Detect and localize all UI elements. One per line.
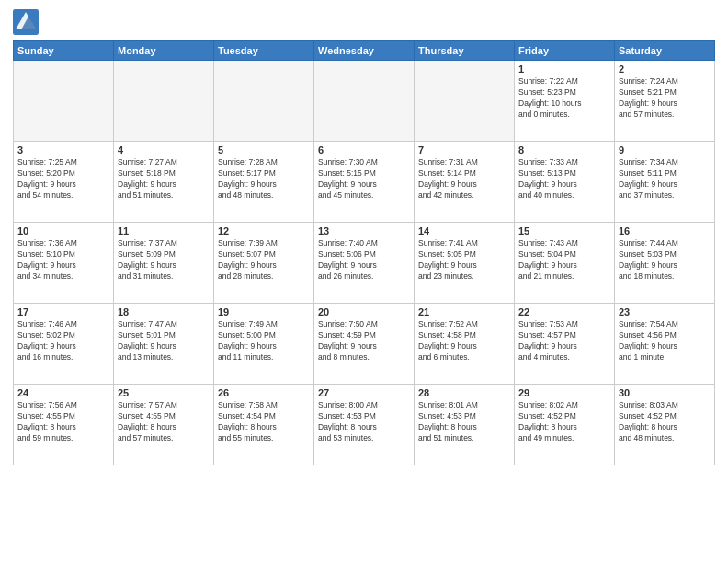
- weekday-header-monday: Monday: [114, 41, 214, 61]
- day-cell: 10Sunrise: 7:36 AM Sunset: 5:10 PM Dayli…: [14, 223, 114, 304]
- day-cell: 29Sunrise: 8:02 AM Sunset: 4:52 PM Dayli…: [515, 385, 615, 465]
- day-cell: 8Sunrise: 7:33 AM Sunset: 5:13 PM Daylig…: [515, 142, 615, 223]
- day-cell: 21Sunrise: 7:52 AM Sunset: 4:58 PM Dayli…: [415, 304, 515, 385]
- day-cell: 7Sunrise: 7:31 AM Sunset: 5:14 PM Daylig…: [415, 142, 515, 223]
- day-number: 20: [318, 306, 410, 317]
- day-number: 5: [218, 144, 310, 155]
- day-cell: 17Sunrise: 7:46 AM Sunset: 5:02 PM Dayli…: [14, 304, 114, 385]
- day-cell: 2Sunrise: 7:24 AM Sunset: 5:21 PM Daylig…: [615, 61, 715, 142]
- day-info: Sunrise: 7:56 AM Sunset: 4:55 PM Dayligh…: [17, 400, 109, 444]
- day-info: Sunrise: 7:33 AM Sunset: 5:13 PM Dayligh…: [518, 157, 610, 201]
- day-cell: [114, 61, 214, 142]
- day-number: 3: [17, 144, 109, 155]
- day-info: Sunrise: 8:03 AM Sunset: 4:52 PM Dayligh…: [619, 400, 711, 444]
- day-info: Sunrise: 7:58 AM Sunset: 4:54 PM Dayligh…: [218, 400, 310, 444]
- day-info: Sunrise: 7:36 AM Sunset: 5:10 PM Dayligh…: [17, 238, 109, 282]
- day-info: Sunrise: 7:25 AM Sunset: 5:20 PM Dayligh…: [17, 157, 109, 201]
- day-cell: [415, 61, 515, 142]
- day-number: 22: [518, 306, 610, 317]
- day-number: 4: [118, 144, 210, 155]
- day-cell: 27Sunrise: 8:00 AM Sunset: 4:53 PM Dayli…: [314, 385, 415, 465]
- day-info: Sunrise: 7:44 AM Sunset: 5:03 PM Dayligh…: [619, 238, 711, 282]
- day-number: 18: [118, 306, 210, 317]
- day-info: Sunrise: 7:27 AM Sunset: 5:18 PM Dayligh…: [118, 157, 210, 201]
- day-cell: 16Sunrise: 7:44 AM Sunset: 5:03 PM Dayli…: [615, 223, 715, 304]
- day-cell: 4Sunrise: 7:27 AM Sunset: 5:18 PM Daylig…: [114, 142, 214, 223]
- day-cell: 5Sunrise: 7:28 AM Sunset: 5:17 PM Daylig…: [214, 142, 314, 223]
- day-cell: 14Sunrise: 7:41 AM Sunset: 5:05 PM Dayli…: [415, 223, 515, 304]
- weekday-header-saturday: Saturday: [615, 41, 715, 61]
- day-cell: 18Sunrise: 7:47 AM Sunset: 5:01 PM Dayli…: [114, 304, 214, 385]
- day-number: 21: [418, 306, 510, 317]
- day-number: 23: [619, 306, 711, 317]
- day-number: 13: [318, 225, 410, 236]
- day-number: 26: [218, 387, 310, 398]
- day-info: Sunrise: 7:24 AM Sunset: 5:21 PM Dayligh…: [619, 76, 711, 121]
- day-cell: 24Sunrise: 7:56 AM Sunset: 4:55 PM Dayli…: [14, 385, 114, 465]
- day-info: Sunrise: 7:52 AM Sunset: 4:58 PM Dayligh…: [418, 319, 510, 363]
- day-info: Sunrise: 7:50 AM Sunset: 4:59 PM Dayligh…: [318, 319, 410, 363]
- week-row-4: 17Sunrise: 7:46 AM Sunset: 5:02 PM Dayli…: [14, 304, 715, 385]
- day-info: Sunrise: 7:37 AM Sunset: 5:09 PM Dayligh…: [118, 238, 210, 282]
- main-container: SundayMondayTuesdayWednesdayThursdayFrid…: [0, 0, 728, 471]
- day-info: Sunrise: 7:34 AM Sunset: 5:11 PM Dayligh…: [619, 157, 711, 201]
- day-cell: 23Sunrise: 7:54 AM Sunset: 4:56 PM Dayli…: [615, 304, 715, 385]
- day-number: 11: [118, 225, 210, 236]
- weekday-header-row: SundayMondayTuesdayWednesdayThursdayFrid…: [14, 41, 715, 61]
- day-info: Sunrise: 7:39 AM Sunset: 5:07 PM Dayligh…: [218, 238, 310, 282]
- week-row-2: 3Sunrise: 7:25 AM Sunset: 5:20 PM Daylig…: [14, 142, 715, 223]
- day-info: Sunrise: 7:43 AM Sunset: 5:04 PM Dayligh…: [518, 238, 610, 282]
- header: [13, 9, 715, 35]
- weekday-header-wednesday: Wednesday: [314, 41, 415, 61]
- day-number: 14: [418, 225, 510, 236]
- day-info: Sunrise: 7:30 AM Sunset: 5:15 PM Dayligh…: [318, 157, 410, 201]
- day-cell: 1Sunrise: 7:22 AM Sunset: 5:23 PM Daylig…: [515, 61, 615, 142]
- day-info: Sunrise: 7:46 AM Sunset: 5:02 PM Dayligh…: [17, 319, 109, 363]
- day-cell: 22Sunrise: 7:53 AM Sunset: 4:57 PM Dayli…: [515, 304, 615, 385]
- day-cell: [14, 61, 114, 142]
- day-number: 12: [218, 225, 310, 236]
- day-cell: 13Sunrise: 7:40 AM Sunset: 5:06 PM Dayli…: [314, 223, 415, 304]
- day-number: 9: [619, 144, 711, 155]
- weekday-header-sunday: Sunday: [14, 41, 114, 61]
- day-number: 30: [619, 387, 711, 398]
- week-row-1: 1Sunrise: 7:22 AM Sunset: 5:23 PM Daylig…: [14, 61, 715, 142]
- day-number: 16: [619, 225, 711, 236]
- day-info: Sunrise: 8:02 AM Sunset: 4:52 PM Dayligh…: [518, 400, 610, 444]
- day-info: Sunrise: 7:41 AM Sunset: 5:05 PM Dayligh…: [418, 238, 510, 282]
- day-cell: 20Sunrise: 7:50 AM Sunset: 4:59 PM Dayli…: [314, 304, 415, 385]
- day-info: Sunrise: 7:47 AM Sunset: 5:01 PM Dayligh…: [118, 319, 210, 363]
- day-info: Sunrise: 7:28 AM Sunset: 5:17 PM Dayligh…: [218, 157, 310, 201]
- week-row-3: 10Sunrise: 7:36 AM Sunset: 5:10 PM Dayli…: [14, 223, 715, 304]
- day-number: 2: [619, 63, 711, 75]
- day-info: Sunrise: 7:31 AM Sunset: 5:14 PM Dayligh…: [418, 157, 510, 201]
- day-info: Sunrise: 7:40 AM Sunset: 5:06 PM Dayligh…: [318, 238, 410, 282]
- day-info: Sunrise: 7:57 AM Sunset: 4:55 PM Dayligh…: [118, 400, 210, 444]
- day-cell: 25Sunrise: 7:57 AM Sunset: 4:55 PM Dayli…: [114, 385, 214, 465]
- day-number: 8: [518, 144, 610, 155]
- logo-icon: [13, 9, 39, 35]
- weekday-header-friday: Friday: [515, 41, 615, 61]
- day-info: Sunrise: 8:01 AM Sunset: 4:53 PM Dayligh…: [418, 400, 510, 444]
- day-cell: 28Sunrise: 8:01 AM Sunset: 4:53 PM Dayli…: [415, 385, 515, 465]
- weekday-header-tuesday: Tuesday: [214, 41, 314, 61]
- day-number: 15: [518, 225, 610, 236]
- day-number: 24: [17, 387, 109, 398]
- calendar-table: SundayMondayTuesdayWednesdayThursdayFrid…: [13, 40, 715, 465]
- day-number: 1: [518, 63, 610, 75]
- day-cell: 26Sunrise: 7:58 AM Sunset: 4:54 PM Dayli…: [214, 385, 314, 465]
- day-cell: [214, 61, 314, 142]
- day-cell: 3Sunrise: 7:25 AM Sunset: 5:20 PM Daylig…: [14, 142, 114, 223]
- week-row-5: 24Sunrise: 7:56 AM Sunset: 4:55 PM Dayli…: [14, 385, 715, 465]
- day-cell: 11Sunrise: 7:37 AM Sunset: 5:09 PM Dayli…: [114, 223, 214, 304]
- logo: [13, 9, 42, 35]
- day-cell: 19Sunrise: 7:49 AM Sunset: 5:00 PM Dayli…: [214, 304, 314, 385]
- day-info: Sunrise: 7:54 AM Sunset: 4:56 PM Dayligh…: [619, 319, 711, 363]
- day-number: 27: [318, 387, 410, 398]
- day-cell: 15Sunrise: 7:43 AM Sunset: 5:04 PM Dayli…: [515, 223, 615, 304]
- day-cell: 12Sunrise: 7:39 AM Sunset: 5:07 PM Dayli…: [214, 223, 314, 304]
- day-number: 28: [418, 387, 510, 398]
- day-cell: 9Sunrise: 7:34 AM Sunset: 5:11 PM Daylig…: [615, 142, 715, 223]
- day-number: 6: [318, 144, 410, 155]
- weekday-header-thursday: Thursday: [415, 41, 515, 61]
